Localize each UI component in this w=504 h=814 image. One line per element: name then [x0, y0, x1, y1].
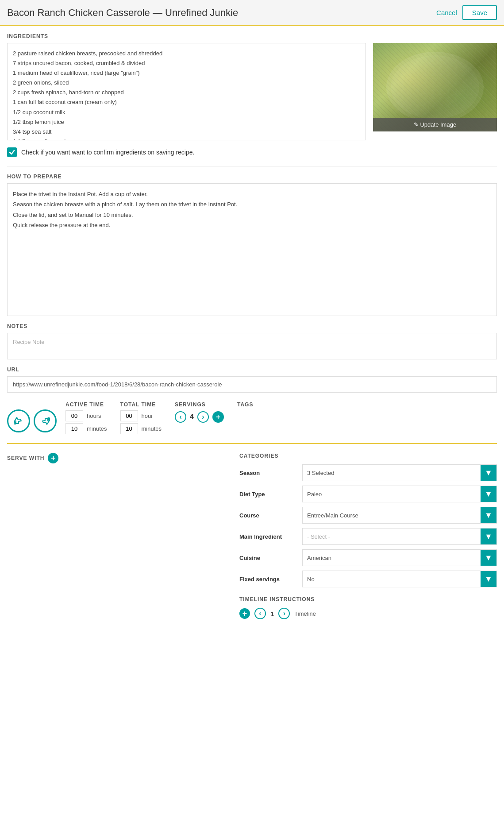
timeline-label: TIMELINE INSTRUCTIONS: [239, 596, 497, 602]
notes-label: NOTES: [7, 323, 497, 329]
time-servings-row: ACTIVE TIME hours minutes TOTAL TIME hou…: [7, 401, 497, 444]
ingredient-item: 2 green onions, sliced: [13, 78, 360, 88]
active-time-label: ACTIVE TIME: [65, 401, 107, 408]
url-label: URL: [7, 366, 497, 373]
timeline-suffix: Timeline: [294, 610, 316, 617]
preparation-step: Quick release the pressure at the end.: [13, 220, 491, 230]
category-season-arrow[interactable]: ▼: [481, 465, 496, 481]
serve-with-section: SERVE WITH +: [7, 453, 222, 467]
category-main-ingredient-label: Main Ingredient: [239, 533, 297, 540]
serve-with-add-button[interactable]: +: [48, 453, 58, 463]
category-course-label: Course: [239, 512, 297, 519]
tags-block: TAGS: [237, 401, 253, 411]
confirm-checkbox[interactable]: [7, 147, 17, 157]
total-time-label: TOTAL TIME: [120, 401, 162, 408]
category-row-fixed-servings: Fixed servings No ▼: [239, 571, 497, 587]
how-to-prepare-box[interactable]: Place the trivet in the Instant Pot. Add…: [7, 183, 497, 316]
active-time-hours-row: hours: [65, 410, 107, 421]
timeline-value: 1: [270, 610, 274, 617]
serve-with-label: SERVE WITH: [7, 455, 44, 461]
page-header: Bacon Ranch Chicken Casserole — Unrefine…: [0, 0, 504, 26]
thumbs-up-button[interactable]: [7, 409, 30, 432]
total-time-hours-unit: hour: [142, 413, 153, 419]
total-time-inputs: hour minutes: [120, 410, 162, 434]
category-row-season: Season 3 Selected ▼: [239, 464, 497, 481]
total-time-block: TOTAL TIME hour minutes: [120, 401, 162, 434]
servings-control: ‹ 4 › +: [175, 411, 224, 423]
page-title: Bacon Ranch Chicken Casserole — Unrefine…: [7, 7, 238, 19]
active-time-minutes-unit: minutes: [87, 425, 107, 432]
servings-increment-button[interactable]: ›: [197, 411, 209, 423]
main-content: INGREDIENTS 2 pasture raised chicken bre…: [0, 26, 504, 626]
active-time-hours-input[interactable]: [65, 410, 83, 421]
servings-block: SERVINGS ‹ 4 › +: [175, 401, 224, 423]
update-image-button[interactable]: ✎ Update Image: [373, 118, 497, 131]
category-main-ingredient-value: - Select -: [303, 530, 481, 544]
category-row-course: Course Entree/Main Course ▼: [239, 507, 497, 524]
preparation-step: Season the chicken breasts with a pinch …: [13, 199, 491, 209]
category-fixed-servings-label: Fixed servings: [239, 576, 297, 583]
total-time-hours-input[interactable]: [120, 410, 138, 421]
total-time-minutes-input[interactable]: [120, 423, 138, 434]
svg-point-2: [391, 55, 479, 119]
active-time-inputs: hours minutes: [65, 410, 107, 434]
timeline-increment-button[interactable]: ›: [278, 608, 290, 619]
category-diet-type-arrow[interactable]: ▼: [481, 486, 496, 502]
total-time-minutes-row: minutes: [120, 423, 162, 434]
category-season-value: 3 Selected: [303, 466, 481, 480]
servings-add-button[interactable]: +: [212, 411, 224, 423]
category-cuisine-select[interactable]: American ▼: [302, 549, 497, 566]
category-fixed-servings-select[interactable]: No ▼: [302, 571, 497, 587]
ingredient-item: 7 strips uncured bacon, cooked, crumbled…: [13, 58, 360, 68]
timeline-decrement-button[interactable]: ‹: [254, 608, 266, 619]
categories-section: CATEGORIES Season 3 Selected ▼ Diet Type…: [239, 453, 497, 619]
total-time-hours-row: hour: [120, 410, 162, 421]
category-diet-type-select[interactable]: Paleo ▼: [302, 486, 497, 502]
ingredient-item: 1 1/2 tsp garlic powder: [13, 137, 360, 140]
category-course-select[interactable]: Entree/Main Course ▼: [302, 507, 497, 524]
category-course-value: Entree/Main Course: [303, 509, 481, 522]
confirm-text: Check if you want want to confirm ingred…: [21, 149, 194, 156]
ingredient-item: 2 cups fresh spinach, hand-torn or chopp…: [13, 88, 360, 97]
category-season-label: Season: [239, 470, 297, 476]
url-box[interactable]: https://www.unrefinedjunkie.com/food-1/2…: [7, 376, 497, 393]
timeline-add-button[interactable]: +: [239, 608, 250, 619]
thumbs-down-icon: [39, 415, 51, 427]
category-fixed-servings-arrow[interactable]: ▼: [481, 571, 496, 587]
category-cuisine-value: American: [303, 551, 481, 565]
save-button[interactable]: Save: [462, 5, 497, 20]
category-course-arrow[interactable]: ▼: [481, 507, 496, 523]
ingredient-item: 3/4 tsp sea salt: [13, 127, 360, 137]
category-main-ingredient-select[interactable]: - Select - ▼: [302, 528, 497, 545]
tags-label: TAGS: [237, 401, 253, 408]
servings-decrement-button[interactable]: ‹: [175, 411, 186, 423]
serve-with-header: SERVE WITH +: [7, 453, 222, 463]
header-actions: Cancel Save: [436, 5, 497, 20]
category-fixed-servings-value: No: [303, 572, 481, 586]
how-to-prepare-label: HOW TO PREPARE: [7, 174, 497, 180]
cancel-button[interactable]: Cancel: [436, 9, 457, 16]
serve-categories-row: SERVE WITH + CATEGORIES Season 3 Selecte…: [7, 453, 497, 619]
category-season-select[interactable]: 3 Selected ▼: [302, 464, 497, 481]
active-time-minutes-input[interactable]: [65, 423, 83, 434]
timeline-section: TIMELINE INSTRUCTIONS + ‹ 1 › Timeline: [239, 596, 497, 619]
top-section: 2 pasture raised chicken breasts, precoo…: [7, 43, 497, 140]
preparation-step: Place the trivet in the Instant Pot. Add…: [13, 189, 491, 199]
thumbs-down-button[interactable]: [34, 409, 57, 432]
confirm-row: Check if you want want to confirm ingred…: [7, 147, 497, 157]
notes-box[interactable]: Recipe Note: [7, 333, 497, 359]
notes-placeholder: Recipe Note: [13, 339, 45, 345]
ingredient-item: 2 pasture raised chicken breasts, precoo…: [13, 49, 360, 58]
category-diet-type-label: Diet Type: [239, 491, 297, 498]
checkmark-icon: [9, 149, 15, 155]
preparation-step: Close the lid, and set to Manual for 10 …: [13, 210, 491, 220]
timeline-header: + ‹ 1 › Timeline: [239, 608, 497, 619]
category-row-main-ingredient: Main Ingredient - Select - ▼: [239, 528, 497, 545]
category-main-ingredient-arrow[interactable]: ▼: [481, 529, 496, 544]
category-cuisine-arrow[interactable]: ▼: [481, 550, 496, 566]
ingredients-label: INGREDIENTS: [7, 33, 497, 39]
thumbs-up-icon: [13, 415, 24, 427]
active-time-minutes-row: minutes: [65, 423, 107, 434]
active-time-hours-unit: hours: [87, 413, 101, 419]
ingredients-box[interactable]: 2 pasture raised chicken breasts, precoo…: [7, 43, 366, 140]
